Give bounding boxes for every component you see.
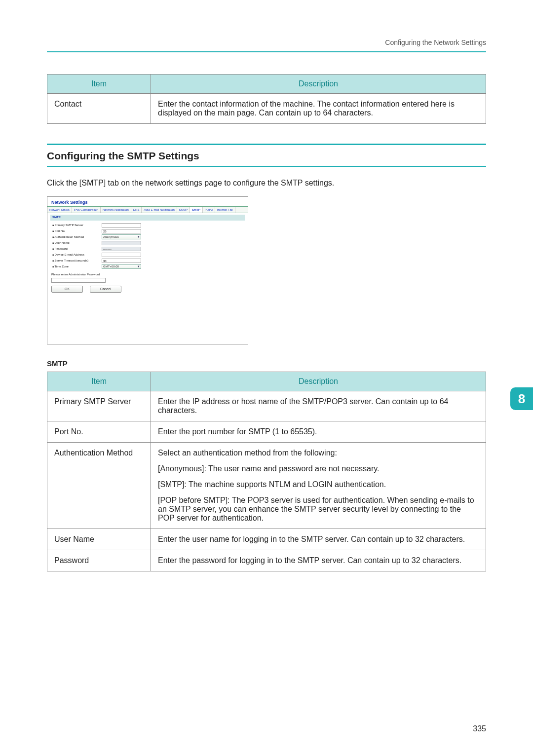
chapter-tab: 8 (510, 387, 533, 410)
auth-desc-line: Select an authentication method from the… (158, 449, 479, 457)
admin-password-note: Please enter Administrator Password (51, 273, 248, 276)
select-authentication-method[interactable]: Anonymous (102, 234, 141, 239)
smtp-table: Item Description Primary SMTP Server Ent… (47, 372, 486, 571)
cell-description: Enter the port number for SMTP (1 to 655… (151, 421, 486, 443)
screenshot-tabs: Network Status IPv6 Configuration Networ… (47, 206, 248, 213)
input-server-timeout[interactable]: 30 (102, 259, 141, 263)
input-password[interactable]: •••••••• (102, 247, 141, 251)
col-header-item: Item (47, 372, 151, 391)
tab-dns[interactable]: DNS (131, 207, 142, 213)
input-primary-smtp-server[interactable] (102, 223, 141, 227)
label-server-timeout: Server Timeout (seconds) (52, 259, 102, 262)
input-device-email-address[interactable] (102, 253, 141, 257)
cell-item: Primary SMTP Server (47, 391, 151, 421)
table-row: Primary SMTP Server Enter the IP address… (47, 391, 486, 421)
input-admin-password[interactable] (51, 278, 106, 283)
label-device-email-address: Device E-mail Address (52, 253, 102, 256)
label-port-no: Port No. (52, 229, 102, 232)
cell-description: Enter the contact information of the mac… (151, 94, 486, 124)
cell-description: Enter the password for logging in to the… (151, 550, 486, 571)
label-authentication-method: Authentication Method (52, 235, 102, 238)
auth-desc-line: [SMTP]: The machine supports NTLM and LO… (158, 480, 479, 489)
auth-desc-line: [POP before SMTP]: The POP3 server is us… (158, 496, 479, 523)
input-user-name[interactable] (102, 241, 141, 245)
page-number: 335 (473, 724, 486, 733)
cell-description: Select an authentication method from the… (151, 443, 486, 529)
header-rule (47, 51, 486, 52)
cell-description: Enter the IP address or host name of the… (151, 391, 486, 421)
label-user-name: User Name (52, 241, 102, 244)
screenshot-section-bar: SMTP (50, 215, 245, 221)
section-instruction: Click the [SMTP] tab on the network sett… (47, 179, 486, 188)
tab-auto-email-notification[interactable]: Auto E-mail Notification (142, 207, 177, 213)
tab-snmp[interactable]: SNMP (177, 207, 190, 213)
section-divider-bottom (47, 166, 486, 167)
cell-item: User Name (47, 529, 151, 550)
screenshot-form: Primary SMTP Server Port No.25 Authentic… (47, 223, 248, 269)
cell-item: Password (47, 550, 151, 571)
table-row: Password Enter the password for logging … (47, 550, 486, 571)
section-title: Configuring the SMTP Settings (47, 145, 486, 166)
table-row: Contact Enter the contact information of… (47, 94, 486, 124)
page-header-right: Configuring the Network Settings (385, 38, 486, 46)
tab-network-application[interactable]: Network Application (101, 207, 131, 213)
col-header-item: Item (47, 75, 151, 94)
select-time-zone[interactable]: GMT+00:00 (102, 264, 141, 269)
cell-description: Enter the user name for logging in to th… (151, 529, 486, 550)
tab-internet-fax[interactable]: Internet Fax (215, 207, 235, 213)
tab-network-status[interactable]: Network Status (47, 207, 72, 213)
table-row: User Name Enter the user name for loggin… (47, 529, 486, 550)
col-header-description: Description (151, 372, 486, 391)
ok-button[interactable]: OK (51, 286, 83, 293)
contact-table: Item Description Contact Enter the conta… (47, 74, 486, 124)
smtp-subheading: SMTP (47, 359, 486, 368)
input-port-no[interactable]: 25 (102, 229, 141, 233)
tab-ipv6-configuration[interactable]: IPv6 Configuration (72, 207, 101, 213)
tab-pop3[interactable]: POP3 (203, 207, 215, 213)
label-primary-smtp-server: Primary SMTP Server (52, 224, 102, 227)
cell-item: Port No. (47, 421, 151, 443)
table-row: Port No. Enter the port number for SMTP … (47, 421, 486, 443)
cell-item: Contact (47, 94, 151, 124)
screenshot-window-title: Network Settings (47, 197, 248, 206)
table-row: Authentication Method Select an authenti… (47, 443, 486, 529)
col-header-description: Description (151, 75, 486, 94)
auth-desc-line: [Anonymous]: The user name and password … (158, 464, 479, 473)
label-time-zone: Time Zone (52, 265, 102, 268)
cancel-button[interactable]: Cancel (90, 286, 121, 293)
tab-smtp[interactable]: SMTP (190, 207, 203, 213)
label-password: Password (52, 247, 102, 250)
smtp-screenshot: Network Settings Network Status IPv6 Con… (47, 196, 248, 344)
cell-item: Authentication Method (47, 443, 151, 529)
